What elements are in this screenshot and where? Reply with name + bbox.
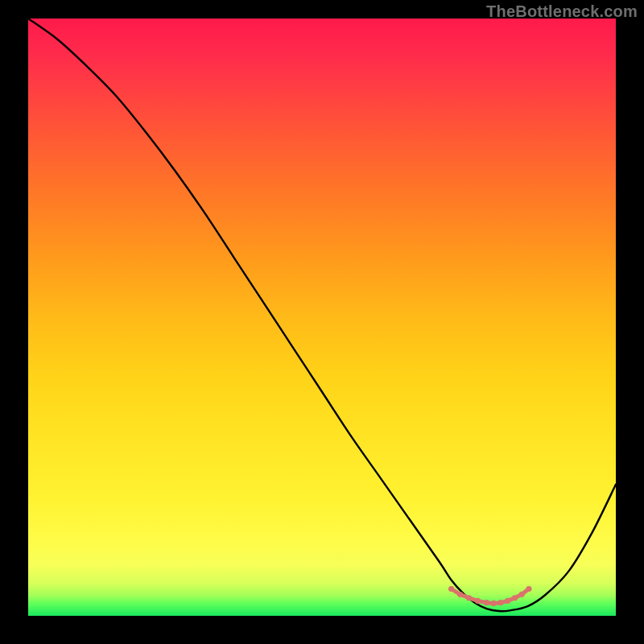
svg-point-19 bbox=[519, 592, 525, 597]
chart-frame: TheBottleneck.com bbox=[0, 0, 644, 644]
svg-line-2 bbox=[472, 599, 475, 600]
svg-point-11 bbox=[457, 592, 463, 597]
plot-area bbox=[28, 19, 616, 616]
svg-point-15 bbox=[491, 601, 497, 606]
svg-point-14 bbox=[484, 600, 489, 605]
svg-line-1 bbox=[463, 596, 466, 597]
svg-line-3 bbox=[481, 601, 484, 602]
svg-line-9 bbox=[524, 591, 527, 593]
svg-point-18 bbox=[512, 595, 518, 601]
svg-point-20 bbox=[526, 586, 531, 592]
svg-point-13 bbox=[475, 598, 481, 604]
svg-line-0 bbox=[454, 591, 457, 593]
svg-point-12 bbox=[466, 595, 472, 601]
svg-point-17 bbox=[505, 598, 510, 604]
svg-point-10 bbox=[448, 586, 454, 592]
gradient-background bbox=[28, 19, 616, 616]
watermark-text: TheBottleneck.com bbox=[486, 2, 638, 21]
bottleneck-chart bbox=[28, 19, 616, 616]
svg-point-16 bbox=[497, 600, 503, 605]
